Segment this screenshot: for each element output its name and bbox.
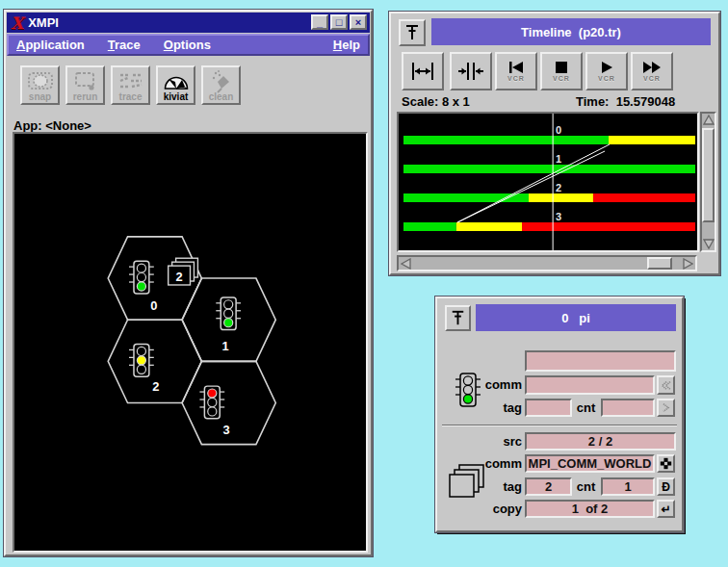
process-map-canvas: 2 0 1 2 3 bbox=[13, 132, 368, 553]
vcr-label: VCR bbox=[598, 75, 615, 82]
msg-tag-field[interactable]: 2 bbox=[525, 477, 572, 496]
timeline-window: Timeline (p20.tr) VCR VCR bbox=[389, 12, 720, 275]
chevron-right-icon bbox=[660, 401, 672, 414]
add-button[interactable] bbox=[657, 454, 675, 473]
traffic-light-process-0[interactable] bbox=[129, 261, 154, 294]
traffic-light-process-2[interactable] bbox=[129, 344, 154, 376]
scroll-back-button[interactable] bbox=[657, 375, 675, 395]
clean-button[interactable]: clean bbox=[201, 65, 241, 105]
snap-button[interactable]: snap bbox=[20, 65, 60, 105]
timeline-vertical-scrollbar[interactable] bbox=[700, 112, 716, 252]
vcr-rewind-button[interactable]: VCR bbox=[495, 52, 537, 90]
pushpin-icon bbox=[401, 21, 424, 44]
maximize-button[interactable]: □ bbox=[330, 14, 348, 30]
rerun-icon bbox=[71, 69, 100, 94]
pushpin-icon bbox=[447, 307, 469, 329]
blocks-plus-icon bbox=[660, 457, 672, 470]
scroll-forward-button[interactable] bbox=[657, 399, 675, 417]
menu-options[interactable]: Options bbox=[164, 38, 211, 52]
desktop: { "colors": { "desktop": "#a6edf4", "tit… bbox=[0, 0, 728, 567]
rerun-button[interactable]: rerun bbox=[65, 65, 105, 105]
pin-button[interactable] bbox=[445, 305, 471, 331]
time-label: Time: 15.579048 bbox=[576, 94, 675, 109]
compress-scale-button[interactable] bbox=[450, 52, 492, 90]
fast-forward-icon bbox=[641, 61, 663, 74]
scroll-down-arrow-icon[interactable] bbox=[702, 237, 715, 250]
timeline-horizontal-scrollbar[interactable] bbox=[397, 255, 697, 271]
hexmap-svg: 2 0 1 2 3 bbox=[14, 134, 366, 551]
svg-text:3: 3 bbox=[556, 211, 561, 222]
menu-trace[interactable]: Trace bbox=[108, 38, 141, 52]
recv-cnt-label: cnt bbox=[573, 400, 599, 415]
stop-icon bbox=[551, 61, 572, 74]
x11-logo-icon: X bbox=[11, 15, 23, 31]
recv-comm-label: comm bbox=[445, 377, 522, 392]
msg-comm-field[interactable]: MPI_COMM_WORLD bbox=[525, 454, 655, 473]
vcr-label: VCR bbox=[643, 75, 661, 82]
vcr-fastforward-button[interactable]: VCR bbox=[631, 52, 673, 90]
vcr-label: VCR bbox=[553, 75, 570, 82]
section-divider bbox=[442, 425, 677, 426]
close-button[interactable]: × bbox=[350, 14, 367, 30]
process-detail-window: 0 pi comm tag cnt src 2 / 2 comm MPI_COM… bbox=[435, 296, 684, 532]
compress-icon bbox=[457, 60, 484, 83]
msg-tag-label: tag bbox=[445, 479, 522, 494]
play-icon bbox=[596, 61, 617, 74]
kiviat-icon bbox=[162, 69, 191, 94]
enter-button[interactable]: ↵ bbox=[657, 500, 675, 518]
message-stack-icon[interactable]: 2 bbox=[169, 258, 198, 285]
vcr-label: VCR bbox=[507, 75, 525, 82]
scroll-right-arrow-icon[interactable] bbox=[681, 257, 694, 270]
pin-button[interactable] bbox=[399, 19, 426, 46]
vcr-stop-button[interactable]: VCR bbox=[540, 52, 583, 90]
menu-help[interactable]: Help bbox=[333, 38, 360, 52]
window-title: XMPI bbox=[28, 15, 59, 30]
rewind-icon bbox=[506, 61, 527, 74]
msg-src-label: src bbox=[445, 434, 522, 449]
xmpi-window: X XMPI _ □ × Application Trace Options H… bbox=[4, 10, 373, 556]
recv-cnt-field[interactable] bbox=[601, 399, 655, 417]
timeline-titlebar[interactable]: Timeline (p20.tr) bbox=[431, 18, 711, 45]
app-status-label: App: <None> bbox=[13, 118, 91, 133]
xmpi-titlebar[interactable]: X XMPI _ □ × bbox=[7, 13, 370, 33]
message-count: 2 bbox=[176, 270, 183, 284]
recv-comm-field[interactable] bbox=[525, 375, 655, 395]
scroll-left-arrow-icon[interactable] bbox=[400, 257, 413, 270]
msg-cnt-label: cnt bbox=[573, 479, 599, 494]
process-detail-titlebar[interactable]: 0 pi bbox=[476, 304, 676, 331]
msg-copy-field[interactable]: 1 of 2 bbox=[525, 500, 655, 518]
chevrons-left-icon bbox=[660, 379, 672, 392]
expand-scale-button[interactable] bbox=[402, 52, 444, 90]
traffic-light-process-3[interactable] bbox=[199, 386, 224, 419]
clean-icon bbox=[207, 69, 236, 94]
svg-text:1: 1 bbox=[556, 153, 561, 165]
process-0-rank: 0 bbox=[150, 298, 157, 313]
process-3-rank: 3 bbox=[223, 423, 230, 437]
process-2-rank: 2 bbox=[152, 379, 159, 394]
traffic-light-process-1[interactable] bbox=[216, 297, 241, 330]
vertical-scroll-thumb[interactable] bbox=[702, 128, 715, 222]
vcr-play-button[interactable]: VCR bbox=[585, 52, 628, 90]
recv-tag-label: tag bbox=[445, 400, 522, 415]
trace-icon bbox=[117, 69, 145, 94]
timeline-plot-canvas[interactable]: 0123 bbox=[397, 112, 699, 252]
dump-button[interactable]: Ɖ bbox=[657, 477, 675, 496]
horizontal-scroll-thumb[interactable] bbox=[647, 257, 672, 270]
scroll-up-arrow-icon[interactable] bbox=[702, 114, 715, 127]
svg-text:2: 2 bbox=[556, 182, 561, 193]
timeline-plot-svg: 0123 bbox=[399, 114, 697, 250]
minimize-button[interactable]: _ bbox=[311, 14, 328, 30]
menu-application[interactable]: Application bbox=[16, 38, 85, 52]
menubar: Application Trace Options Help bbox=[7, 34, 370, 56]
timeline-info-row: Scale: 8 x 1 Time: 15.579048 bbox=[391, 94, 718, 110]
scale-label: Scale: 8 x 1 bbox=[402, 94, 470, 109]
msg-cnt-field[interactable]: 1 bbox=[601, 477, 655, 496]
trace-button[interactable]: trace bbox=[111, 65, 150, 105]
peek-field[interactable] bbox=[525, 350, 676, 372]
kiviat-button[interactable]: kiviat bbox=[156, 65, 195, 105]
msg-src-field[interactable]: 2 / 2 bbox=[525, 432, 676, 451]
expand-icon bbox=[409, 60, 436, 83]
msg-comm-label: comm bbox=[445, 456, 522, 471]
recv-tag-field[interactable] bbox=[525, 399, 572, 417]
enter-arrow-icon: ↵ bbox=[661, 503, 670, 516]
